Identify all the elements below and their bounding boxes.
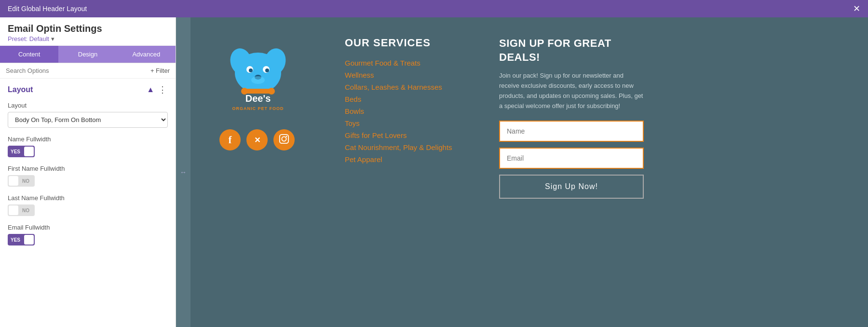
title-bar-title: Edit Global Header Layout xyxy=(8,5,87,13)
list-item[interactable]: Wellness xyxy=(345,71,470,79)
logo-container: Dee's ORGANIC PET FOOD xyxy=(219,37,297,114)
name-fullwidth-group: Name Fullwidth YES xyxy=(8,136,168,157)
list-item[interactable]: Bowls xyxy=(345,107,470,115)
toggle-handle xyxy=(9,205,18,215)
first-name-fullwidth-toggle-row: NO xyxy=(8,175,168,187)
layout-select[interactable]: Body On Top, Form On Bottom Form On Top,… xyxy=(8,112,168,128)
services-title: OUR SERVICES xyxy=(345,37,470,49)
instagram-icon xyxy=(279,134,289,147)
email-fullwidth-group: Email Fullwidth YES xyxy=(8,224,168,245)
brand-logo: Dee's ORGANIC PET FOOD xyxy=(219,37,297,114)
panel-tabs: Content Design Advanced xyxy=(0,46,176,63)
search-input[interactable] xyxy=(6,67,147,74)
svg-point-16 xyxy=(286,136,287,137)
layout-label: Layout xyxy=(8,102,168,109)
left-panel: Email Optin Settings Preset: Default ▾ C… xyxy=(0,17,176,327)
layout-field-group: Layout Body On Top, Form On Bottom Form … xyxy=(8,102,168,128)
signup-title: SIGN UP FOR GREAT DEALS! xyxy=(499,37,644,64)
panel-preset[interactable]: Preset: Default ▾ xyxy=(8,35,168,42)
title-bar-left: Edit Global Header Layout xyxy=(8,5,87,13)
signup-email-input[interactable] xyxy=(499,148,644,169)
section-menu-icon[interactable]: ⋮ xyxy=(158,84,168,95)
list-item[interactable]: Toys xyxy=(345,119,470,127)
title-bar: Edit Global Header Layout ✕ xyxy=(0,0,868,17)
twitter-icon: ✕ xyxy=(254,136,260,145)
section-collapse-icon[interactable]: ▲ xyxy=(147,85,154,94)
twitter-button[interactable]: ✕ xyxy=(246,129,268,150)
svg-text:Dee's: Dee's xyxy=(245,93,271,104)
name-fullwidth-label: Name Fullwidth xyxy=(8,136,168,143)
instagram-button[interactable] xyxy=(273,129,295,150)
section-header: Layout ▲ ⋮ xyxy=(8,84,168,95)
main-layout: Email Optin Settings Preset: Default ▾ C… xyxy=(0,17,868,327)
search-bar: + Filter xyxy=(0,63,176,79)
first-name-fullwidth-label: First Name Fullwidth xyxy=(8,165,168,172)
list-item[interactable]: Gourmet Food & Treats xyxy=(345,59,470,67)
toggle-handle xyxy=(9,176,18,186)
svg-text:ORGANIC PET FOOD: ORGANIC PET FOOD xyxy=(232,106,284,111)
facebook-icon: f xyxy=(229,135,232,146)
resize-handle[interactable]: ↔ xyxy=(176,17,190,327)
svg-point-5 xyxy=(249,68,253,72)
resize-arrows-icon: ↔ xyxy=(180,168,187,176)
services-list: Gourmet Food & Treats Wellness Collars, … xyxy=(345,59,470,164)
panel-title: Email Optin Settings xyxy=(8,23,168,34)
name-fullwidth-toggle-row: YES xyxy=(8,146,168,157)
toggle-handle xyxy=(24,235,34,245)
right-content: ↔ xyxy=(176,17,868,327)
close-button[interactable]: ✕ xyxy=(853,4,860,13)
section-title: Layout xyxy=(8,85,33,94)
brand-column: Dee's ORGANIC PET FOOD f ✕ xyxy=(219,37,316,150)
svg-point-8 xyxy=(251,76,265,84)
last-name-fullwidth-label: Last Name Fullwidth xyxy=(8,194,168,202)
list-item[interactable]: Cat Nourishment, Play & Delights xyxy=(345,143,470,151)
toggle-handle xyxy=(24,147,34,156)
email-fullwidth-toggle[interactable]: YES xyxy=(8,234,35,245)
svg-point-2 xyxy=(235,53,281,93)
svg-point-6 xyxy=(265,68,269,72)
tab-content[interactable]: Content xyxy=(0,46,58,63)
last-name-fullwidth-toggle-row: NO xyxy=(8,204,168,216)
filter-button[interactable]: + Filter xyxy=(150,67,170,74)
section-actions: ▲ ⋮ xyxy=(147,84,168,95)
panel-header: Email Optin Settings Preset: Default ▾ xyxy=(0,17,176,46)
facebook-button[interactable]: f xyxy=(219,129,241,150)
list-item[interactable]: Pet Apparel xyxy=(345,155,470,164)
signup-name-input[interactable] xyxy=(499,121,644,142)
tab-design[interactable]: Design xyxy=(58,46,117,63)
email-fullwidth-toggle-row: YES xyxy=(8,234,168,245)
services-column: OUR SERVICES Gourmet Food & Treats Welln… xyxy=(345,37,470,167)
first-name-fullwidth-toggle[interactable]: NO xyxy=(8,175,35,187)
footer-area: Dee's ORGANIC PET FOOD f ✕ xyxy=(190,17,868,327)
last-name-fullwidth-group: Last Name Fullwidth NO xyxy=(8,194,168,216)
list-item[interactable]: Beds xyxy=(345,95,470,103)
first-name-fullwidth-group: First Name Fullwidth NO xyxy=(8,165,168,187)
svg-rect-14 xyxy=(280,134,288,143)
signup-button[interactable]: Sign Up Now! xyxy=(499,175,644,199)
last-name-fullwidth-toggle[interactable]: NO xyxy=(8,204,35,216)
panel-section: Layout ▲ ⋮ Layout Body On Top, Form On B… xyxy=(0,79,176,327)
signup-column: SIGN UP FOR GREAT DEALS! Join our pack! … xyxy=(499,37,644,199)
signup-description: Join our pack! Sign up for our newslette… xyxy=(499,71,644,111)
tab-advanced[interactable]: Advanced xyxy=(117,46,176,63)
list-item[interactable]: Collars, Leashes & Harnesses xyxy=(345,83,470,91)
list-item[interactable]: Gifts for Pet Lovers xyxy=(345,131,470,139)
social-icons: f ✕ xyxy=(219,129,295,150)
email-fullwidth-label: Email Fullwidth xyxy=(8,224,168,231)
name-fullwidth-toggle[interactable]: YES xyxy=(8,146,35,157)
svg-point-15 xyxy=(282,136,286,141)
